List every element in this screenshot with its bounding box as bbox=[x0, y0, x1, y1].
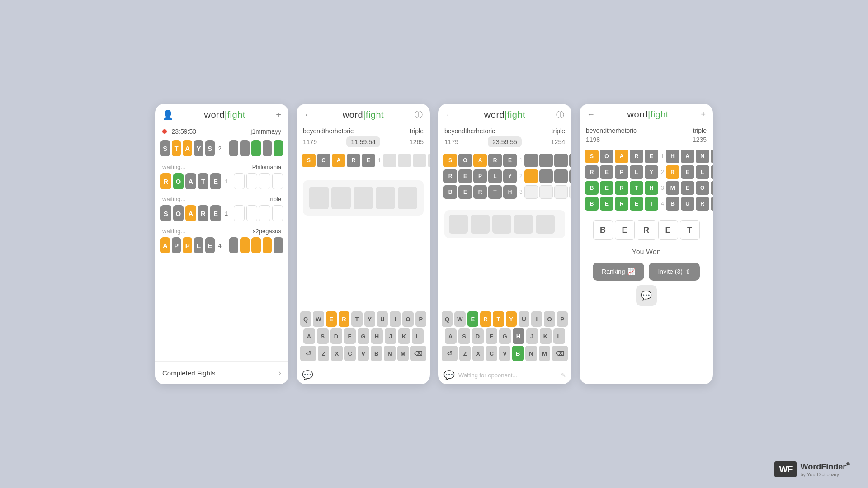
key-S[interactable]: S bbox=[317, 328, 329, 344]
game4-row4: B E R E T 4 B U R P S bbox=[585, 197, 708, 211]
wordfinder-logo: WF WordFinder® by YourDictionary bbox=[774, 461, 850, 477]
key-L[interactable]: L bbox=[412, 328, 424, 344]
plus-icon[interactable]: + bbox=[276, 110, 281, 120]
chat-icon-2[interactable]: 💬 bbox=[302, 370, 313, 380]
tile-T1: T bbox=[172, 140, 181, 156]
tile-S2: S bbox=[205, 140, 215, 156]
key-A[interactable]: A bbox=[303, 328, 315, 344]
key-B3[interactable]: B bbox=[512, 346, 524, 361]
game4-scores-row: 1198 1235 bbox=[580, 136, 713, 147]
game4-row2: R E P L Y 2 R E L I T bbox=[585, 165, 708, 179]
screen-game2: ← word|fight ⓘ beyondtherhetoric triple … bbox=[438, 104, 571, 384]
key-Z[interactable]: Z bbox=[318, 346, 329, 361]
key-F3[interactable]: F bbox=[486, 328, 497, 344]
key-del3[interactable]: ⌫ bbox=[552, 346, 568, 361]
key-X3[interactable]: X bbox=[472, 346, 484, 361]
key-Q[interactable]: Q bbox=[300, 311, 311, 327]
kb-row3-3: ⏎ Z X C V B N M ⌫ bbox=[442, 346, 568, 361]
key-U3[interactable]: U bbox=[519, 311, 529, 327]
key-R[interactable]: R bbox=[339, 311, 349, 327]
chat-icon-3[interactable]: 💬 bbox=[443, 370, 455, 380]
chat-button-4[interactable]: 💬 bbox=[636, 285, 657, 306]
tile-P2: P bbox=[183, 237, 192, 253]
key-E3[interactable]: E bbox=[467, 311, 478, 327]
key-G[interactable]: G bbox=[358, 328, 369, 344]
t-A: A bbox=[332, 154, 345, 167]
key-V3[interactable]: V bbox=[499, 346, 510, 361]
back-icon-4[interactable]: ← bbox=[587, 110, 595, 119]
key-enter[interactable]: ⏎ bbox=[300, 346, 316, 361]
tile-O: O bbox=[173, 173, 184, 189]
key-H[interactable]: H bbox=[371, 328, 383, 344]
res-R: R bbox=[637, 220, 656, 240]
you-won: You Won bbox=[580, 248, 713, 256]
share-icon: ⇧ bbox=[685, 268, 691, 275]
key-I3[interactable]: I bbox=[531, 311, 542, 327]
key-Z3[interactable]: Z bbox=[459, 346, 471, 361]
key-X[interactable]: X bbox=[331, 346, 342, 361]
key-B[interactable]: B bbox=[371, 346, 382, 361]
key-A3[interactable]: A bbox=[445, 328, 457, 344]
key-T[interactable]: T bbox=[351, 311, 362, 327]
key-G3[interactable]: G bbox=[499, 328, 511, 344]
key-D3[interactable]: D bbox=[472, 328, 484, 344]
info-icon-3[interactable]: ⓘ bbox=[556, 109, 564, 120]
key-J[interactable]: J bbox=[385, 328, 396, 344]
key-Y[interactable]: Y bbox=[364, 311, 375, 327]
key-W3[interactable]: W bbox=[454, 311, 465, 327]
tile-E: E bbox=[210, 205, 221, 221]
game3-timer: 23:59:55 bbox=[488, 136, 522, 147]
key-T3[interactable]: T bbox=[493, 311, 504, 327]
ranking-button[interactable]: Ranking 📈 bbox=[593, 263, 644, 281]
key-W[interactable]: W bbox=[313, 311, 324, 327]
kb-row1-2: Q W E R T Y U I O P bbox=[300, 311, 426, 327]
back-icon-2[interactable]: ← bbox=[304, 110, 312, 120]
completed-fights-btn[interactable]: Completed Fights › bbox=[155, 361, 288, 384]
fight-row-2: waiting... triple S O A R E 1 bbox=[160, 196, 283, 221]
fight-header-3: waiting... s2pegasus bbox=[160, 228, 283, 235]
tile-E: E bbox=[205, 237, 215, 253]
key-N[interactable]: N bbox=[384, 346, 395, 361]
t-e1 bbox=[383, 154, 396, 167]
key-U[interactable]: U bbox=[377, 311, 388, 327]
screen2-header: ← word|fight ⓘ bbox=[297, 104, 430, 124]
info-icon-2[interactable]: ⓘ bbox=[415, 109, 423, 120]
key-Q3[interactable]: Q bbox=[442, 311, 453, 327]
tile-e2 bbox=[246, 173, 257, 189]
key-H3[interactable]: H bbox=[513, 328, 524, 344]
key-V[interactable]: V bbox=[358, 346, 369, 361]
fight-tiles-2: S O A R E 1 bbox=[160, 205, 283, 221]
key-D[interactable]: D bbox=[330, 328, 342, 344]
key-N3[interactable]: N bbox=[525, 346, 537, 361]
key-enter3[interactable]: ⏎ bbox=[442, 346, 458, 361]
key-del[interactable]: ⌫ bbox=[410, 346, 426, 361]
user-icon[interactable]: 👤 bbox=[162, 109, 174, 120]
key-J3[interactable]: J bbox=[526, 328, 538, 344]
key-L3[interactable]: L bbox=[553, 328, 565, 344]
game2-scores-row: 1179 11:59:54 1265 bbox=[297, 136, 430, 151]
t-e2 bbox=[398, 154, 411, 167]
key-R3[interactable]: R bbox=[480, 311, 491, 327]
back-icon-3[interactable]: ← bbox=[445, 110, 453, 120]
plus-icon-4[interactable]: + bbox=[701, 110, 706, 119]
key-M[interactable]: M bbox=[397, 346, 409, 361]
tile-Y1: Y bbox=[194, 140, 203, 156]
key-O[interactable]: O bbox=[402, 311, 413, 327]
key-Y3[interactable]: Y bbox=[506, 311, 517, 327]
screen-results: ← word|fight + beyondtherhetoric triple … bbox=[580, 104, 713, 384]
key-S3[interactable]: S bbox=[458, 328, 470, 344]
key-M3[interactable]: M bbox=[539, 346, 550, 361]
edit-3: ✎ bbox=[561, 372, 566, 379]
key-F[interactable]: F bbox=[344, 328, 356, 344]
game4-opponent-row: beyondtherhetoric triple bbox=[580, 123, 713, 136]
key-P[interactable]: P bbox=[415, 311, 426, 327]
key-K[interactable]: K bbox=[398, 328, 410, 344]
key-O3[interactable]: O bbox=[544, 311, 555, 327]
key-P3[interactable]: P bbox=[557, 311, 568, 327]
key-K3[interactable]: K bbox=[540, 328, 552, 344]
invite-button[interactable]: Invite (3) ⇧ bbox=[649, 263, 699, 281]
key-I[interactable]: I bbox=[390, 311, 401, 327]
key-C3[interactable]: C bbox=[486, 346, 497, 361]
key-C[interactable]: C bbox=[344, 346, 356, 361]
key-E[interactable]: E bbox=[326, 311, 337, 327]
